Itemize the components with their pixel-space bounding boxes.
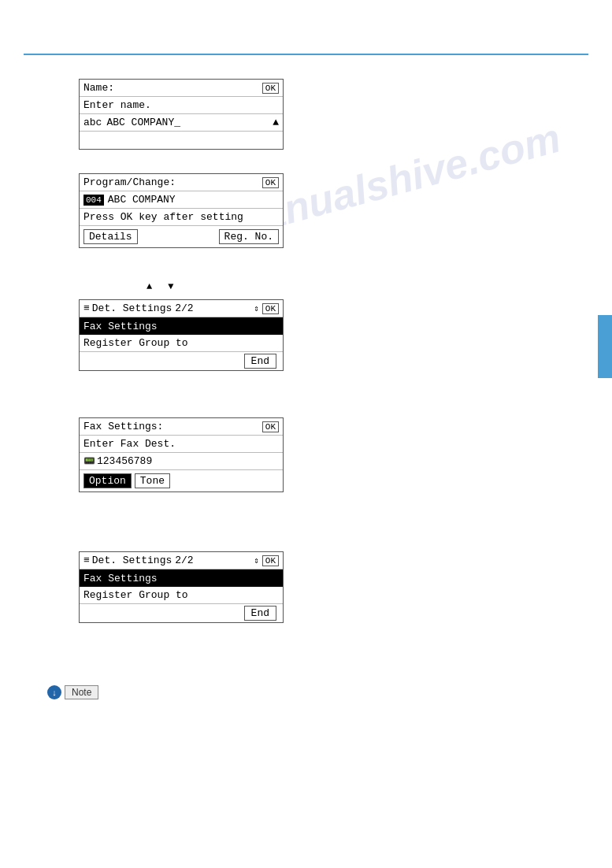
screen5-row2: Register Group to [80,587,283,604]
screen5-doc-icon: ≡ [83,555,90,566]
screen3-up-down: ⇕ [254,303,259,313]
screen4-tone-btn[interactable]: Tone [135,473,170,488]
screen5-register-group: Register Group to [83,589,188,601]
screen1-row3-empty [80,132,283,149]
screen3-fax-settings-highlight: Fax Settings [83,321,158,332]
screen3-doc-icon: ≡ [83,302,90,314]
top-divider-line [24,54,588,55]
screen2-header-label: Program/Change: [83,176,176,188]
screen2-row1-icon: 004 [83,195,104,206]
screen3-page: 2/2 [175,302,193,314]
note-icon: ↓ [47,685,61,699]
screen4-header-label: Fax Settings: [83,421,163,432]
screen2-header: Program/Change: OK [80,174,283,191]
screen-program-change: Program/Change: OK 004 ABC COMPANY Press… [79,173,284,248]
screen3-header-label: Det. Settings [92,302,172,314]
screen1-abc-prefix: abc [83,117,102,128]
arrow-down: ▼ [168,281,173,292]
screen5-end-btn[interactable]: End [244,606,276,621]
note-badge: ↓ Note [47,685,98,699]
screen3-register-group: Register Group to [83,337,188,349]
screen2-regno-btn[interactable]: Reg. No. [219,229,279,244]
screen2-row1-value: ABC COMPANY [108,194,176,206]
screen1-header-label: Name: [83,82,114,94]
screen3-end-btn[interactable]: End [244,354,276,369]
screen1-ok-badge: OK [262,83,279,94]
screen1-company-value: ABC COMPANY_ [106,117,180,128]
screen3-end-row: End [80,352,283,370]
screen3-header: ≡ Det. Settings 2/2 ⇕ OK [80,300,283,317]
screen4-ok-badge: OK [262,421,279,432]
screen5-up-down: ⇕ [254,555,259,566]
screen4-fax-icon: 📟 [83,455,95,467]
screen5-page: 2/2 [175,555,193,566]
screen2-row1: 004 ABC COMPANY [80,191,283,209]
screen3-row2: Register Group to [80,335,283,352]
arrow-up: ▲ [147,281,152,292]
screen2-up-down-arrows: ▲ ▼ [147,281,173,292]
screen2-btn-row: Details Reg. No. [80,226,283,247]
screen4-option-btn[interactable]: Option [83,473,132,488]
screen4-row2: 📟 123456789 [80,453,283,470]
screen1-row2: abc ABC COMPANY_ ▲ [80,114,283,132]
screen4-fax-number: 123456789 [97,455,152,467]
screen1-header: Name: OK [80,80,283,97]
screen2-row2: Press OK key after setting [80,209,283,226]
screen1-row1: Enter name. [80,97,283,114]
screen5-fax-settings-highlight: Fax Settings [83,573,158,584]
screen4-row1: Enter Fax Dest. [80,436,283,453]
note-label: Note [65,685,98,699]
screen3-ok-badge: OK [262,303,279,314]
screen2-ok-badge: OK [262,177,279,188]
screen-name: Name: OK Enter name. abc ABC COMPANY_ ▲ [79,79,284,150]
screen4-header: Fax Settings: OK [80,418,283,436]
screen1-arrow: ▲ [273,117,279,128]
screen5-end-row: End [80,604,283,622]
screen-fax-settings: Fax Settings: OK Enter Fax Dest. 📟 12345… [79,417,284,492]
screen3-highlight-row: Fax Settings [80,317,283,335]
screen5-header: ≡ Det. Settings 2/2 ⇕ OK [80,552,283,569]
screen1-enter-name: Enter name. [83,99,151,111]
screen4-btn-row: Option Tone [80,470,283,491]
screen-det-settings-1: ≡ Det. Settings 2/2 ⇕ OK Fax Settings Re… [79,299,284,371]
screen5-ok-badge: OK [262,555,279,566]
screen4-enter-fax: Enter Fax Dest. [83,438,176,450]
right-side-tab [598,315,612,378]
screen5-header-label: Det. Settings [92,555,172,566]
screen-det-settings-2: ≡ Det. Settings 2/2 ⇕ OK Fax Settings Re… [79,551,284,623]
screen5-highlight-row: Fax Settings [80,569,283,587]
screen2-details-btn[interactable]: Details [83,229,138,244]
screen2-press-ok: Press OK key after setting [83,211,243,223]
